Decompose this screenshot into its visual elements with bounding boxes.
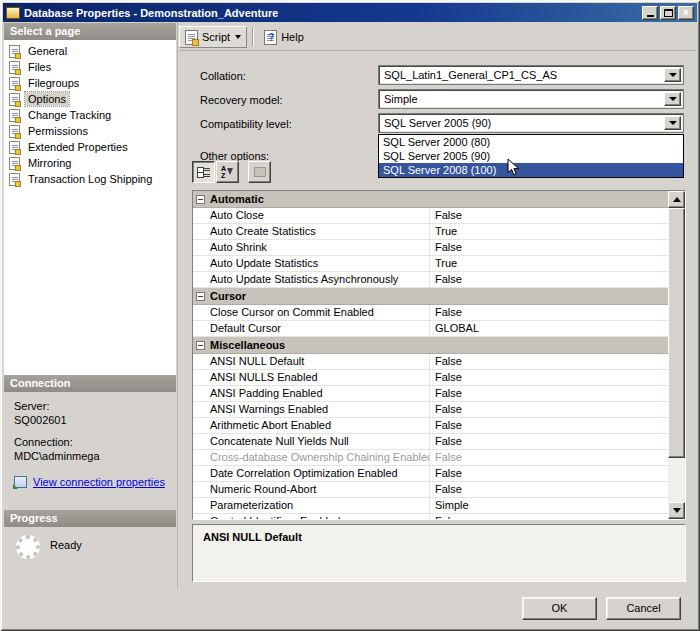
compatibility-level-combobox[interactable]: SQL Server 2005 (90) (378, 113, 684, 133)
grid-row-close-cursor-on-commit-enabled[interactable]: Close Cursor on Commit EnabledFalse (193, 305, 668, 321)
caret-down-icon (669, 121, 677, 125)
property-value[interactable]: False (430, 240, 668, 255)
sidebar-item-label: Change Tracking (25, 108, 114, 122)
grid-row-concatenate-null-yields-null[interactable]: Concatenate Null Yields NullFalse (193, 434, 668, 450)
mouse-cursor (507, 158, 520, 177)
grid-row-auto-update-statistics[interactable]: Auto Update StatisticsTrue (193, 256, 668, 272)
grid-row-auto-create-statistics[interactable]: Auto Create StatisticsTrue (193, 224, 668, 240)
grid-row-default-cursor[interactable]: Default CursorGLOBAL (193, 321, 668, 337)
grid-row-auto-close[interactable]: Auto CloseFalse (193, 208, 668, 224)
property-value[interactable]: False (430, 418, 668, 433)
sidebar-item-label: Permissions (25, 124, 91, 138)
page-icon (9, 45, 20, 58)
sidebar-item-general[interactable]: General (4, 43, 176, 59)
grid-row-arithmetic-abort-enabled[interactable]: Arithmetic Abort EnabledFalse (193, 418, 668, 434)
grid-row-parameterization[interactable]: ParameterizationSimple (193, 498, 668, 514)
close-button[interactable]: × (678, 6, 694, 20)
collapse-icon[interactable] (196, 292, 205, 301)
sidebar-item-filegroups[interactable]: Filegroups (4, 75, 176, 91)
property-value[interactable]: False (430, 354, 668, 369)
maximize-button[interactable] (660, 6, 676, 20)
grid-row-ansi-null-default[interactable]: ANSI NULL DefaultFalse (193, 354, 668, 370)
recovery-model-combobox[interactable]: Simple (378, 89, 684, 109)
property-value[interactable]: False (430, 482, 668, 497)
sidebar-item-files[interactable]: Files (4, 59, 176, 75)
collation-combobox[interactable]: SQL_Latin1_General_CP1_CS_AS (378, 65, 684, 85)
grid-row-ansi-nulls-enabled[interactable]: ANSI NULLS EnabledFalse (193, 370, 668, 386)
property-name: Date Correlation Optimization Enabled (193, 466, 430, 481)
minimize-button[interactable] (642, 6, 658, 20)
property-name: Auto Update Statistics Asynchronously (193, 272, 430, 287)
scroll-down-button[interactable] (668, 502, 685, 519)
grid-row-ansi-padding-enabled[interactable]: ANSI Padding EnabledFalse (193, 386, 668, 402)
sidebar-item-transaction-log-shipping[interactable]: Transaction Log Shipping (4, 171, 176, 187)
property-name: Numeric Round-Abort (193, 482, 430, 497)
property-grid-rows: AutomaticAuto CloseFalseAuto Create Stat… (193, 191, 668, 519)
dropdown-option-sql-server-2000-80[interactable]: SQL Server 2000 (80) (379, 135, 683, 149)
collapse-icon[interactable] (196, 195, 205, 204)
alphabetical-sort-button[interactable]: AZ (216, 161, 239, 183)
property-value[interactable]: False (430, 305, 668, 320)
collation-dropdown-button[interactable] (664, 68, 681, 82)
property-value[interactable]: False (430, 514, 668, 519)
grid-row-auto-update-statistics-asynchronously[interactable]: Auto Update Statistics AsynchronouslyFal… (193, 272, 668, 288)
sidebar-item-change-tracking[interactable]: Change Tracking (4, 107, 176, 123)
connection-label: Connection: (14, 436, 176, 448)
property-value[interactable]: False (430, 466, 668, 481)
recovery-dropdown-button[interactable] (664, 92, 681, 106)
script-button[interactable]: Script (179, 26, 247, 48)
scrollbar-thumb[interactable] (668, 208, 685, 458)
compatibility-level-value: SQL Server 2005 (90) (384, 117, 661, 129)
grid-row-date-correlation-optimization-enabled[interactable]: Date Correlation Optimization EnabledFal… (193, 466, 668, 482)
compatibility-dropdown-list: SQL Server 2000 (80)SQL Server 2005 (90)… (378, 134, 684, 178)
property-value[interactable]: True (430, 256, 668, 271)
dropdown-option-sql-server-2008-100[interactable]: SQL Server 2008 (100) (379, 163, 683, 177)
property-value[interactable]: False (430, 208, 668, 223)
dropdown-option-sql-server-2005-90[interactable]: SQL Server 2005 (90) (379, 149, 683, 163)
grid-row-quoted-identifiers-enabled[interactable]: Quoted Identifiers EnabledFalse (193, 514, 668, 519)
grid-category-label: Automatic (210, 193, 264, 205)
main-toolbar: Script ? Help (179, 24, 696, 51)
sidebar-item-mirroring[interactable]: Mirroring (4, 155, 176, 171)
compatibility-dropdown-button[interactable] (664, 116, 681, 130)
property-value[interactable]: False (430, 434, 668, 449)
view-connection-properties-link[interactable]: View connection properties (33, 476, 165, 488)
grid-row-cross-database-ownership-chaining-enabled[interactable]: Cross-database Ownership Chaining Enable… (193, 450, 668, 466)
help-icon: ? (264, 30, 277, 45)
titlebar-buttons: × (642, 6, 694, 20)
connection-panel: Server: SQ002601 Connection: MDC\adminme… (4, 392, 176, 510)
page-tree: GeneralFilesFilegroupsOptionsChange Trac… (4, 40, 176, 375)
property-value[interactable]: False (430, 450, 668, 465)
property-value[interactable]: False (430, 402, 668, 417)
cancel-button[interactable]: Cancel (606, 597, 681, 620)
property-value[interactable]: False (430, 386, 668, 401)
collapse-icon[interactable] (196, 341, 205, 350)
grid-row-ansi-warnings-enabled[interactable]: ANSI Warnings EnabledFalse (193, 402, 668, 418)
grid-category-cursor[interactable]: Cursor (193, 288, 668, 305)
ok-button[interactable]: OK (522, 597, 597, 620)
property-name: ANSI Warnings Enabled (193, 402, 430, 417)
progress-panel: Ready (4, 527, 176, 587)
page-icon (9, 93, 20, 106)
grid-row-numeric-round-abort[interactable]: Numeric Round-AbortFalse (193, 482, 668, 498)
property-name: Arithmetic Abort Enabled (193, 418, 430, 433)
sidebar-item-permissions[interactable]: Permissions (4, 123, 176, 139)
grid-category-automatic[interactable]: Automatic (193, 191, 668, 208)
property-value[interactable]: Simple (430, 498, 668, 513)
sidebar-item-options[interactable]: Options (4, 91, 176, 107)
property-value[interactable]: False (430, 370, 668, 385)
select-a-page-header: Select a page (4, 23, 176, 40)
grid-category-miscellaneous[interactable]: Miscellaneous (193, 337, 668, 354)
grid-row-auto-shrink[interactable]: Auto ShrinkFalse (193, 240, 668, 256)
sidebar-item-extended-properties[interactable]: Extended Properties (4, 139, 176, 155)
property-name: Quoted Identifiers Enabled (193, 514, 430, 519)
categorized-sort-button[interactable] (192, 161, 215, 183)
titlebar[interactable]: Database Properties - Demonstration_Adve… (3, 3, 697, 22)
property-value[interactable]: GLOBAL (430, 321, 668, 336)
scroll-up-button[interactable] (668, 191, 685, 208)
help-button[interactable]: ? Help (259, 26, 309, 48)
vertical-scrollbar[interactable] (668, 191, 685, 519)
property-value[interactable]: False (430, 272, 668, 287)
property-value[interactable]: True (430, 224, 668, 239)
property-name: ANSI NULL Default (193, 354, 430, 369)
